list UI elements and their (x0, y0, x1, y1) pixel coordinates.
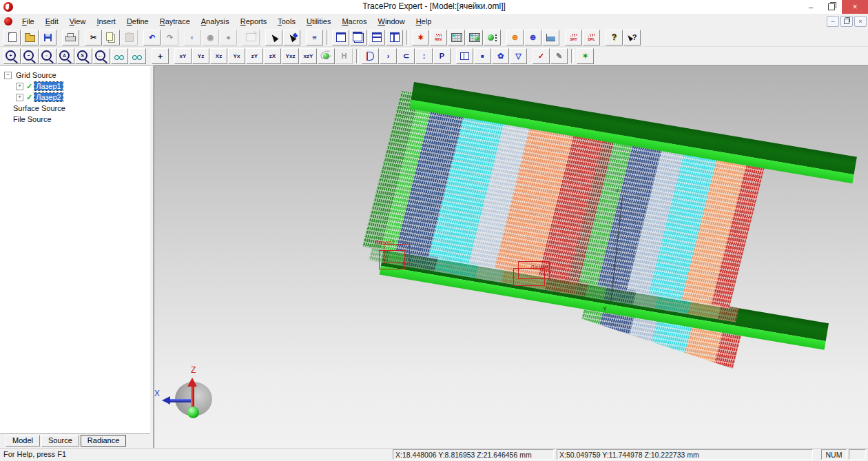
raytrace-button[interactable]: ✶ (412, 30, 429, 45)
context-help-button[interactable]: ? (623, 30, 641, 45)
menu-tools[interactable]: Tools (272, 16, 301, 27)
tree-item-grid-source[interactable]: −Grid Source (0, 70, 150, 81)
view-yx-button[interactable]: Yx (228, 48, 245, 64)
srt-mode-button[interactable]: SRT (565, 30, 582, 45)
zoom-out-button[interactable]: − (21, 48, 39, 64)
pan-button[interactable]: + (152, 48, 169, 64)
cut-button[interactable]: ✂ (85, 30, 102, 45)
tree-item-лазер1[interactable]: +✓Лазер1 (0, 81, 150, 92)
trace-rays-button[interactable]: ✶ (577, 48, 594, 64)
render-silhouette-button[interactable] (362, 48, 379, 64)
zoom-selection-button[interactable]: S (75, 48, 92, 64)
irradiance-options-button[interactable] (466, 30, 483, 45)
view-xz-button[interactable]: Xz (210, 48, 227, 64)
view-yz-button[interactable]: Yz (192, 48, 209, 64)
view-h-button[interactable]: H (335, 48, 353, 64)
enabled-check-icon[interactable]: ✓ (26, 82, 32, 91)
display-rays-button[interactable] (484, 30, 501, 45)
menu-macros[interactable]: Macros (336, 16, 372, 27)
menu-analysis[interactable]: Analysis (196, 16, 235, 27)
menu-file[interactable]: File (17, 16, 40, 27)
irradiance-map-button[interactable] (448, 30, 465, 45)
mdi-close-button[interactable]: × (854, 16, 867, 27)
render-profile-button[interactable]: P (433, 48, 451, 64)
menu-raytrace[interactable]: Raytrace (154, 16, 196, 27)
window-cascade-button[interactable] (350, 30, 367, 45)
render-section-button[interactable]: : (415, 48, 433, 64)
tree-item-лазер2[interactable]: +✓Лазер2 (0, 92, 150, 103)
reverse-raytrace-button[interactable]: REV (430, 30, 447, 45)
tree-item-label[interactable]: Лазер1 (34, 82, 63, 90)
render-wireframe-button[interactable]: › (380, 48, 397, 64)
zoom-in-button[interactable]: + (3, 48, 21, 64)
restore-button[interactable] (821, 0, 842, 14)
close-button[interactable]: × (842, 0, 868, 14)
window-tile-vertical-button[interactable] (386, 30, 403, 45)
tree-item-label[interactable]: Лазер2 (34, 93, 63, 101)
menu-utilities[interactable]: Utilities (301, 16, 336, 27)
new-file-button[interactable] (3, 30, 21, 45)
window-new-button[interactable] (332, 30, 349, 45)
collapse-icon[interactable]: − (4, 72, 12, 79)
tree-item-label[interactable]: File Source (12, 115, 53, 123)
dpl-mode-button[interactable]: DPL (583, 30, 600, 45)
view-iso-2-button[interactable]: xzY (300, 48, 317, 64)
menu-reports[interactable]: Reports (235, 16, 273, 27)
notes-button[interactable]: ≡ (306, 30, 323, 45)
edit-pen-button[interactable]: ✎ (550, 48, 568, 64)
sketch-button[interactable] (242, 30, 260, 45)
solid-element-button[interactable]: ● (220, 30, 237, 45)
undo-button[interactable]: ↶ (143, 30, 161, 45)
window-tile-horizontal-button[interactable] (368, 30, 385, 45)
help-button[interactable]: ? (606, 30, 623, 45)
tab-model[interactable]: Model (6, 435, 40, 447)
select-cursor-button[interactable] (265, 30, 282, 45)
tab-source[interactable]: Source (41, 435, 79, 447)
zoom-all-button[interactable]: A (57, 48, 74, 64)
model-viewport[interactable]: Лазер1 Лазер2 Z Y Z X (154, 65, 868, 448)
tab-radiance[interactable]: Radiance (81, 435, 126, 447)
candela-options-button[interactable] (542, 30, 559, 45)
mirror-element-button[interactable]: ◉ (202, 30, 219, 45)
tree-item-label[interactable]: Surface Source (12, 104, 67, 112)
menu-view[interactable]: View (64, 16, 92, 27)
menu-help[interactable]: Help (411, 16, 437, 27)
menu-window[interactable]: Window (372, 16, 410, 27)
open-file-button[interactable] (21, 30, 39, 45)
paste-button[interactable] (121, 30, 138, 45)
expand-icon[interactable]: + (16, 94, 23, 101)
save-file-button[interactable] (39, 30, 56, 45)
view-repaint-button[interactable] (129, 48, 146, 64)
view-iso-1-button[interactable]: Yxz (282, 48, 299, 64)
zoom-window-button[interactable]: ▫ (39, 48, 56, 64)
redo-button[interactable]: ↷ (161, 30, 178, 45)
tree-item-label[interactable]: Grid Source (14, 71, 58, 79)
tree-item-surface-source[interactable]: Surface Source (0, 103, 150, 114)
render-flower-button[interactable]: ✿ (492, 48, 509, 64)
view-xy-button[interactable]: xY (174, 48, 192, 64)
laser1-source-box-back[interactable] (379, 250, 405, 269)
zoom-previous-button[interactable]: ← (93, 48, 110, 64)
enabled-check-icon[interactable]: ✓ (26, 93, 32, 102)
render-solid-button[interactable] (456, 48, 473, 64)
render-cone-button[interactable]: ▽ (510, 48, 527, 64)
mdi-minimize-button[interactable]: – (827, 16, 839, 27)
print-button[interactable] (62, 30, 79, 45)
view-zy-button[interactable]: zY (246, 48, 263, 64)
mdi-restore-button[interactable] (840, 16, 853, 27)
render-point-button[interactable]: ■ (474, 48, 491, 64)
menu-insert[interactable]: Insert (91, 16, 121, 27)
apply-button[interactable]: ✓ (533, 48, 550, 64)
candela-plot-button[interactable]: ⊕ (506, 30, 524, 45)
minimize-button[interactable]: – (800, 0, 821, 14)
polar-candela-button[interactable]: ⊕ (524, 30, 541, 45)
menu-edit[interactable]: Edit (40, 16, 64, 27)
lens-element-button[interactable]: ◐ (184, 30, 201, 45)
menu-define[interactable]: Define (121, 16, 154, 27)
title-bar[interactable]: TracePro Expert - [Model:[ячейки.oml]] –… (0, 0, 868, 14)
pick-cursor-button[interactable] (283, 30, 300, 45)
tree-item-file-source[interactable]: File Source (0, 114, 150, 125)
expand-icon[interactable]: + (16, 83, 23, 90)
render-cylinder-button[interactable]: ⊂ (397, 48, 415, 64)
orbit-view-button[interactable] (318, 48, 335, 64)
